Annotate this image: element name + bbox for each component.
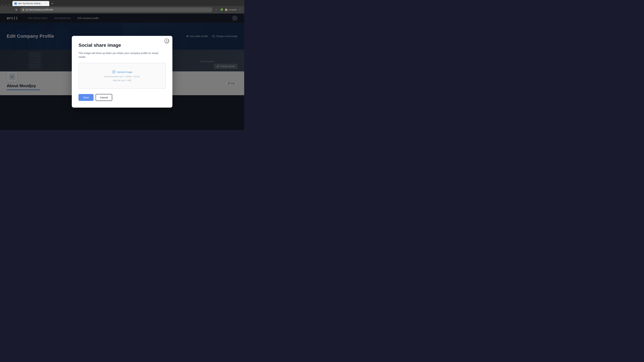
bookmark-button[interactable]: ☆ <box>214 7 218 12</box>
save-button[interactable]: Save <box>78 94 94 101</box>
tab-close-button[interactable]: × <box>44 2 47 5</box>
extensions-button[interactable]: 🧩 <box>219 7 224 12</box>
close-window-button[interactable]: × <box>8 4 10 6</box>
url-input[interactable]: 🔒 arc.dev/company-profile/edit <box>20 7 212 12</box>
max-file-size-text: Max file size: 5 MB <box>113 79 131 82</box>
recommended-size-text: Recommended size: 1200px * 627px <box>104 75 140 78</box>
lock-icon: 🔒 <box>22 8 24 11</box>
cancel-button[interactable]: Cancel <box>96 94 112 101</box>
new-tab-button[interactable]: + <box>50 1 55 6</box>
modal-close-button[interactable]: × <box>164 38 169 43</box>
upload-link[interactable]: Upload image <box>112 70 132 74</box>
tab-bar: — □ × Hire Top Remote Software Dev... × … <box>0 0 244 6</box>
reload-button[interactable]: ↻ <box>14 7 19 12</box>
menu-button[interactable]: ⋮ <box>238 7 242 12</box>
url-text: arc.dev/company-profile/edit <box>26 8 53 11</box>
address-bar: ‹ › ↻ 🔒 arc.dev/company-profile/edit ☆ 🧩… <box>0 6 244 13</box>
social-share-image-modal: × Social share image This image will sho… <box>72 36 172 108</box>
modal-actions: Save Cancel <box>78 94 166 101</box>
maximize-button[interactable]: □ <box>5 4 7 6</box>
address-actions: ☆ 🧩 🕵️ Incognito ⋮ <box>214 7 242 12</box>
image-upload-zone[interactable]: Upload image Recommended size: 1200px * … <box>78 63 166 89</box>
tab-favicon <box>14 2 17 5</box>
forward-button[interactable]: › <box>8 7 13 12</box>
tab-title: Hire Top Remote Software Dev... <box>18 2 43 5</box>
browser-chrome: — □ × Hire Top Remote Software Dev... × … <box>0 0 244 13</box>
upload-icon <box>112 70 116 74</box>
minimize-button[interactable]: — <box>1 4 4 6</box>
modal-overlay: × Social share image This image will sho… <box>0 13 244 130</box>
modal-description: This image will show up when you share y… <box>78 51 166 59</box>
incognito-badge: 🕵️ Incognito <box>224 8 237 11</box>
modal-title: Social share image <box>78 42 166 48</box>
active-tab[interactable]: Hire Top Remote Software Dev... × <box>12 1 49 6</box>
back-button[interactable]: ‹ <box>2 7 7 12</box>
page-content: arc() Hire full-time talent Hire freelan… <box>0 13 244 130</box>
window-controls: — □ × <box>1 4 10 6</box>
